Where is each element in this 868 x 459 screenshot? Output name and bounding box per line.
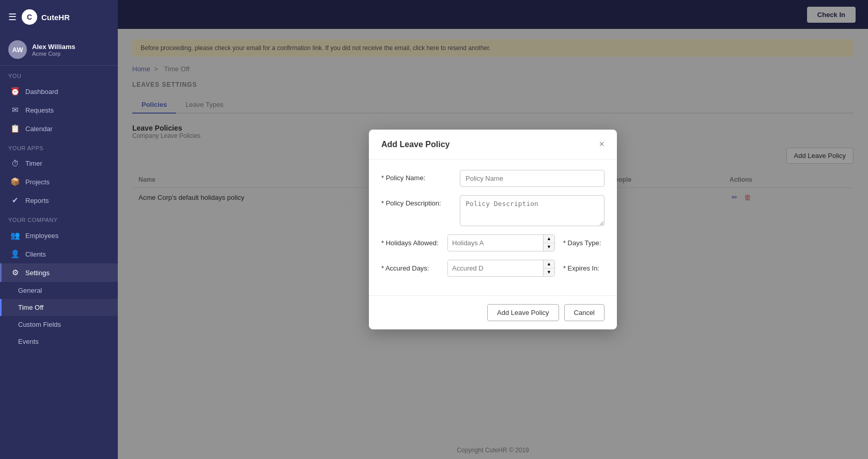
sidebar-item-calendar[interactable]: 📋 Calendar	[0, 119, 118, 138]
form-half-accured: * Accured Days: ▲ ▼	[381, 260, 555, 277]
clients-icon: 👤	[10, 249, 20, 259]
holidays-allowed-label: * Holidays Allowed:	[381, 239, 443, 247]
calendar-icon: 📋	[10, 124, 20, 133]
sidebar-item-label: Timer	[25, 160, 42, 167]
requests-icon: ✉	[10, 105, 20, 115]
sidebar-item-employees[interactable]: 👥 Employees	[0, 226, 118, 245]
sidebar-sub-events[interactable]: Events	[0, 333, 118, 350]
sidebar-item-label: Reports	[25, 197, 49, 204]
hamburger-icon[interactable]: ☰	[8, 11, 17, 23]
logo-area: C CuteHR	[22, 9, 70, 25]
logo-text: CuteHR	[41, 13, 70, 22]
your-company-label: Your Company	[0, 210, 118, 226]
employees-icon: 👥	[10, 231, 20, 240]
user-name: Alex Williams	[32, 43, 75, 51]
sidebar-item-label: Employees	[25, 232, 58, 240]
projects-icon: 📦	[10, 177, 20, 186]
sidebar-item-requests[interactable]: ✉ Requests	[0, 101, 118, 119]
sidebar-item-label: Calendar	[25, 125, 53, 133]
expires-in-label: * Expires In:	[563, 264, 617, 272]
modal-title: Add Leave Policy	[381, 140, 450, 149]
sidebar-sub-label: Time Off	[18, 304, 43, 311]
reports-icon: ✔	[10, 196, 20, 205]
policy-name-input[interactable]	[460, 170, 605, 187]
policy-desc-label: * Policy Description:	[381, 195, 454, 207]
accured-days-label: * Accured Days:	[381, 264, 443, 272]
sidebar-sub-label: General	[18, 287, 42, 294]
sidebar-header: ☰ C CuteHR	[0, 0, 118, 34]
accured-days-field[interactable]	[448, 261, 543, 276]
modal-overlay: Add Leave Policy × * Policy Name: * Poli…	[118, 0, 868, 459]
sidebar-item-clients[interactable]: 👤 Clients	[0, 245, 118, 263]
form-row-policy-desc: * Policy Description:	[381, 195, 605, 226]
settings-icon: ⚙	[10, 268, 20, 277]
sidebar-sub-time-off[interactable]: Time Off	[0, 299, 118, 316]
user-info: Alex Williams Acme Corp	[32, 43, 75, 57]
policy-name-label: * Policy Name:	[381, 170, 454, 182]
dashboard-icon: ⏰	[10, 87, 20, 96]
sidebar: ☰ C CuteHR AW Alex Williams Acme Corp Yo…	[0, 0, 118, 459]
form-half-expires: * Expires In: Please Sel...	[563, 260, 617, 276]
sidebar-item-label: Projects	[25, 178, 50, 186]
sidebar-item-label: Dashboard	[25, 88, 58, 96]
form-row-accured-expires: * Accured Days: ▲ ▼ * Expires In: Pl	[381, 260, 605, 277]
you-label: You	[0, 66, 118, 82]
sidebar-item-projects[interactable]: 📦 Projects	[0, 172, 118, 191]
holidays-allowed-field[interactable]	[448, 235, 543, 250]
modal-add-leave-button[interactable]: Add Leave Policy	[487, 304, 559, 321]
holidays-allowed-input: ▲ ▼	[447, 234, 555, 251]
your-apps-label: Your Apps	[0, 138, 118, 154]
sidebar-sub-label: Custom Fields	[18, 321, 61, 328]
sidebar-item-dashboard[interactable]: ⏰ Dashboard	[0, 82, 118, 101]
sidebar-item-timer[interactable]: ⏱ Timer	[0, 154, 118, 172]
sidebar-item-settings[interactable]: ⚙ Settings	[0, 263, 118, 282]
sidebar-item-label: Settings	[25, 269, 50, 277]
avatar: AW	[8, 40, 27, 59]
sidebar-item-label: Clients	[25, 250, 46, 258]
user-section: AW Alex Williams Acme Corp	[0, 34, 118, 66]
user-company: Acme Corp	[32, 51, 75, 57]
timer-icon: ⏱	[10, 159, 20, 168]
modal-cancel-button[interactable]: Cancel	[564, 304, 605, 321]
form-row-holidays-days: * Holidays Allowed: ▲ ▼ * Days Type:	[381, 234, 605, 251]
modal-body: * Policy Name: * Policy Description: * H…	[369, 160, 617, 295]
sidebar-sub-general[interactable]: General	[0, 282, 118, 299]
form-row-policy-name: * Policy Name:	[381, 170, 605, 187]
days-type-label: * Days Type:	[563, 239, 617, 247]
modal-header: Add Leave Policy ×	[369, 130, 617, 160]
add-leave-policy-modal: Add Leave Policy × * Policy Name: * Poli…	[369, 130, 617, 329]
sidebar-sub-custom-fields[interactable]: Custom Fields	[0, 316, 118, 333]
modal-footer: Add Leave Policy Cancel	[369, 295, 617, 329]
sidebar-item-reports[interactable]: ✔ Reports	[0, 191, 118, 210]
form-half-days-type: * Days Type:	[563, 235, 617, 251]
modal-close-button[interactable]: ×	[599, 139, 605, 150]
sidebar-sub-label: Events	[18, 338, 39, 345]
spinner-up-accured[interactable]: ▲	[544, 260, 554, 268]
spinner-down-accured[interactable]: ▼	[544, 268, 554, 276]
spinner-up[interactable]: ▲	[544, 235, 554, 243]
form-half-holidays: * Holidays Allowed: ▲ ▼	[381, 234, 555, 251]
policy-desc-input[interactable]	[460, 195, 605, 226]
logo-icon: C	[22, 9, 37, 25]
main-area: Check In Before proceeding, please check…	[118, 0, 868, 459]
spinner-down[interactable]: ▼	[544, 243, 554, 251]
accured-days-input: ▲ ▼	[447, 260, 555, 277]
sidebar-item-label: Requests	[25, 106, 54, 114]
